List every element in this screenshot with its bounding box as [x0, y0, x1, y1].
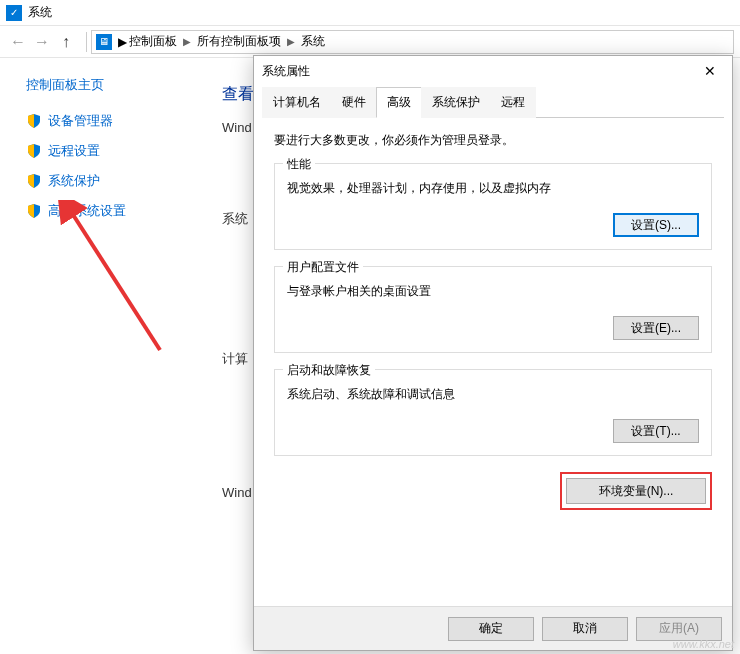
annotation-highlight: 环境变量(N)...: [560, 472, 712, 510]
sidebar-item-device-manager[interactable]: 设备管理器: [26, 112, 200, 130]
group-startup-recovery: 启动和故障恢复 系统启动、系统故障和调试信息 设置(T)...: [274, 369, 712, 456]
shield-icon: [26, 203, 42, 219]
dialog-button-row: 确定 取消 应用(A): [254, 606, 732, 650]
tab-protection[interactable]: 系统保护: [421, 87, 491, 118]
group-label: 性能: [283, 156, 315, 173]
group-performance: 性能 视觉效果，处理器计划，内存使用，以及虚拟内存 设置(S)...: [274, 163, 712, 250]
tab-body-advanced: 要进行大多数更改，你必须作为管理员登录。 性能 视觉效果，处理器计划，内存使用，…: [254, 118, 732, 524]
tab-advanced[interactable]: 高级: [376, 87, 422, 118]
settings-performance-button[interactable]: 设置(S)...: [613, 213, 699, 237]
sidebar-item-remote[interactable]: 远程设置: [26, 142, 200, 160]
env-var-row: 环境变量(N)...: [274, 472, 712, 510]
sidebar-item-label: 系统保护: [48, 172, 100, 190]
group-user-profile: 用户配置文件 与登录帐户相关的桌面设置 设置(E)...: [274, 266, 712, 353]
crumb-control-panel[interactable]: 控制面板: [127, 33, 179, 50]
tab-computer-name[interactable]: 计算机名: [262, 87, 332, 118]
chevron-right-icon: ▶: [118, 35, 127, 49]
bg-text: 计算: [222, 350, 248, 368]
group-desc: 系统启动、系统故障和调试信息: [287, 386, 699, 403]
group-label: 用户配置文件: [283, 259, 363, 276]
ok-button[interactable]: 确定: [448, 617, 534, 641]
window-title: 系统: [28, 4, 52, 21]
sidebar-item-label: 高级系统设置: [48, 202, 126, 220]
address-bar-row: ← → ↑ 🖥 ▶ 控制面板 ▶ 所有控制面板项 ▶ 系统: [0, 26, 740, 58]
chevron-right-icon: ▶: [283, 36, 299, 47]
forward-button[interactable]: →: [30, 30, 54, 54]
crumb-system[interactable]: 系统: [299, 33, 327, 50]
back-button[interactable]: ←: [6, 30, 30, 54]
tab-strip: 计算机名 硬件 高级 系统保护 远程: [262, 86, 724, 118]
page-heading: 查看: [222, 84, 254, 105]
sidebar-item-label: 设备管理器: [48, 112, 113, 130]
dialog-titlebar: 系统属性 ✕: [254, 56, 732, 86]
crumb-all-items[interactable]: 所有控制面板项: [195, 33, 283, 50]
bg-text: Wind: [222, 120, 252, 135]
sidebar-item-label: 远程设置: [48, 142, 100, 160]
close-button[interactable]: ✕: [696, 61, 724, 81]
group-label: 启动和故障恢复: [283, 362, 375, 379]
cancel-button[interactable]: 取消: [542, 617, 628, 641]
group-desc: 与登录帐户相关的桌面设置: [287, 283, 699, 300]
settings-startup-button[interactable]: 设置(T)...: [613, 419, 699, 443]
up-button[interactable]: ↑: [54, 30, 78, 54]
admin-note: 要进行大多数更改，你必须作为管理员登录。: [274, 132, 712, 149]
sidebar-item-advanced[interactable]: 高级系统设置: [26, 202, 200, 220]
window-titlebar: ✓ 系统: [0, 0, 740, 26]
bg-text: Wind: [222, 485, 252, 500]
system-icon: ✓: [6, 5, 22, 21]
apply-button[interactable]: 应用(A): [636, 617, 722, 641]
group-desc: 视觉效果，处理器计划，内存使用，以及虚拟内存: [287, 180, 699, 197]
breadcrumb: 控制面板 ▶ 所有控制面板项 ▶ 系统: [127, 33, 327, 50]
shield-icon: [26, 173, 42, 189]
environment-variables-button[interactable]: 环境变量(N)...: [566, 478, 706, 504]
settings-profile-button[interactable]: 设置(E)...: [613, 316, 699, 340]
dialog-title: 系统属性: [262, 63, 310, 80]
address-box[interactable]: 🖥 ▶ 控制面板 ▶ 所有控制面板项 ▶ 系统: [91, 30, 734, 54]
shield-icon: [26, 113, 42, 129]
tab-hardware[interactable]: 硬件: [331, 87, 377, 118]
divider: [86, 32, 87, 52]
chevron-right-icon: ▶: [179, 36, 195, 47]
shield-icon: [26, 143, 42, 159]
sidebar-item-protection[interactable]: 系统保护: [26, 172, 200, 190]
control-panel-home-link[interactable]: 控制面板主页: [26, 76, 200, 94]
tab-remote[interactable]: 远程: [490, 87, 536, 118]
bg-text: 系统: [222, 210, 248, 228]
sidebar: 控制面板主页 设备管理器 远程设置 系统保护 高级系统设置: [0, 58, 200, 232]
monitor-icon: 🖥: [96, 34, 112, 50]
system-properties-dialog: 系统属性 ✕ 计算机名 硬件 高级 系统保护 远程 要进行大多数更改，你必须作为…: [253, 55, 733, 651]
